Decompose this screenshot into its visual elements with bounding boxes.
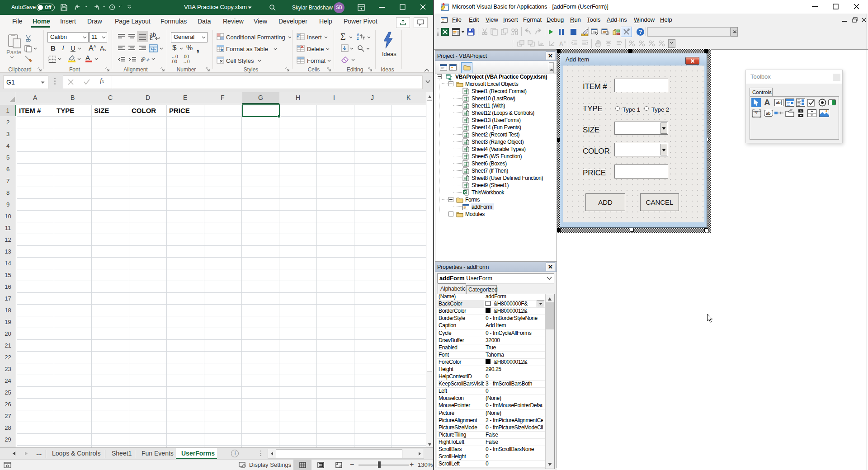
svg-text:ab: ab [776,100,781,105]
svg-text:ab: ab [141,55,146,63]
svg-text:?: ? [639,29,642,35]
svg-text:A: A [559,41,563,47]
svg-text:ab: ab [766,111,771,116]
svg-text:A: A [357,33,359,37]
svg-text:xy: xy [755,110,758,114]
svg-text:Z: Z [357,37,359,41]
